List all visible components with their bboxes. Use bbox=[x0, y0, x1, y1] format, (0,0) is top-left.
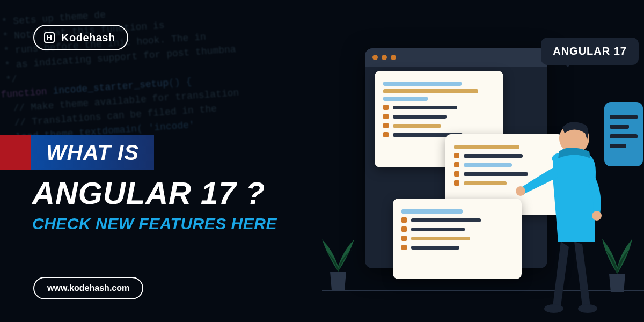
website-url: www.kodehash.com bbox=[33, 277, 143, 299]
accent-bar bbox=[0, 135, 31, 170]
svg-point-3 bbox=[516, 186, 525, 196]
headline-badge: WHAT IS bbox=[31, 135, 154, 170]
plant-icon bbox=[596, 231, 639, 295]
traffic-dot-icon bbox=[391, 55, 396, 60]
browser-titlebar bbox=[365, 48, 547, 67]
svg-point-2 bbox=[578, 304, 597, 313]
code-panel bbox=[393, 199, 522, 279]
headline-sub: CHECK NEW FEATURES HERE bbox=[32, 215, 277, 233]
plant-icon bbox=[317, 229, 360, 293]
svg-point-4 bbox=[592, 211, 602, 221]
logo-icon bbox=[43, 31, 56, 44]
speech-bubble: ANGULAR 17 bbox=[541, 38, 639, 65]
brand-logo: Kodehash bbox=[33, 25, 128, 50]
traffic-dot-icon bbox=[372, 55, 378, 60]
headline-main: ANGULAR 17 ? bbox=[32, 175, 265, 211]
traffic-dot-icon bbox=[382, 55, 387, 60]
brand-name: Kodehash bbox=[61, 32, 115, 44]
svg-point-1 bbox=[544, 304, 564, 313]
